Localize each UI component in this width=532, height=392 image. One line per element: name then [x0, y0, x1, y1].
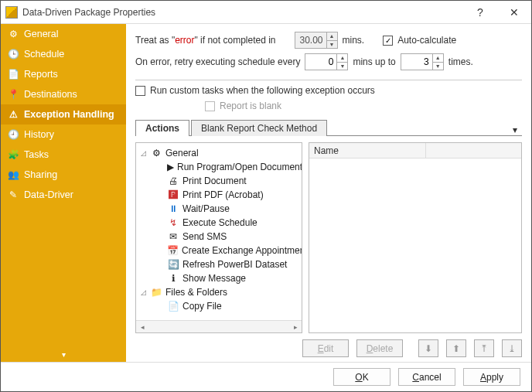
tree-group-general[interactable]: ◿ ⚙ General — [139, 146, 300, 160]
content-pane: Treat as "error" if not completed in ▲▼ … — [126, 24, 531, 362]
sidebar-collapse[interactable]: ▾ — [1, 350, 126, 359]
auto-calculate-label: Auto-calculate — [397, 35, 456, 46]
pdf-icon: 🅿 — [167, 189, 179, 201]
spin-down-icon[interactable]: ▼ — [337, 63, 347, 70]
close-button[interactable]: ✕ — [497, 1, 531, 24]
mins-label: mins. — [343, 35, 365, 46]
actions-tree[interactable]: ◿ ⚙ General ▶Run Program/Open Document 🖨… — [136, 143, 302, 320]
spin-up-icon[interactable]: ▲ — [433, 54, 443, 63]
tree-item[interactable]: 📅Create Exchange Appointment — [139, 244, 300, 257]
tab-actions[interactable]: Actions — [135, 120, 189, 136]
history-icon: 🕘 — [7, 128, 19, 141]
apply-button[interactable]: Apply — [463, 368, 520, 386]
retry-times-spinner[interactable]: ▲▼ — [401, 53, 444, 70]
spin-up-icon[interactable]: ▲ — [337, 54, 347, 63]
collapse-icon[interactable]: ◿ — [139, 149, 147, 157]
name-column-header[interactable]: Name — [314, 143, 426, 158]
tree-item[interactable]: 🔄Refresh PowerBI Dataset — [139, 257, 300, 271]
folder-gear-icon: ⚙ — [150, 147, 162, 159]
move-down-button: ⬇ — [418, 339, 438, 357]
arrow-down-icon: ⬇ — [425, 343, 432, 354]
data-icon: ✎ — [7, 189, 19, 201]
message-icon: ℹ — [167, 272, 179, 285]
custom-tasks-checkbox[interactable] — [135, 86, 145, 96]
collapse-icon[interactable]: ◿ — [139, 288, 147, 296]
tree-item[interactable]: ▶Run Program/Open Document — [139, 160, 300, 174]
clock-icon: 🕒 — [7, 48, 19, 60]
help-button[interactable]: ? — [463, 1, 497, 24]
scroll-left-icon[interactable]: ◂ — [136, 321, 148, 332]
tasks-icon: 🧩 — [7, 148, 19, 161]
pin-icon: 📍 — [7, 88, 19, 101]
sidebar-item-history[interactable]: 🕘 History — [1, 124, 126, 145]
tree-item[interactable]: ↯Execute Schedule — [139, 216, 300, 230]
tree-item[interactable]: ✉Send SMS — [139, 230, 300, 244]
separator — [135, 80, 522, 80]
tree-group-files-folders[interactable]: ◿ 📁 Files & Folders — [139, 285, 300, 299]
sidebar-item-label: Tasks — [24, 149, 49, 160]
folder-icon: 📁 — [150, 286, 162, 298]
app-icon — [5, 6, 18, 19]
calendar-icon: 📅 — [167, 244, 179, 257]
retry-every-spinner[interactable]: ▲▼ — [305, 53, 348, 70]
arrow-bottom-icon: ⤓ — [508, 343, 516, 354]
dialog-footer: OK Cancel Apply — [1, 362, 531, 391]
name-list-body[interactable] — [309, 159, 521, 332]
spin-down-icon[interactable]: ▼ — [433, 63, 443, 70]
sidebar-item-label: Reports — [24, 69, 58, 80]
sidebar-item-label: Data-Driver — [24, 189, 73, 200]
warning-icon: ⚠ — [7, 108, 19, 121]
retry-label: On error, retry executing schedule every — [135, 56, 300, 67]
tree-group-label: General — [165, 148, 199, 159]
report-icon: 📄 — [7, 68, 19, 80]
report-blank-checkbox — [205, 101, 215, 111]
cancel-button[interactable]: Cancel — [398, 368, 455, 386]
window-title: Data-Driven Package Properties — [22, 7, 463, 18]
ok-button[interactable]: OK — [333, 368, 390, 386]
mins-up-to-label: mins up to — [353, 56, 395, 67]
tree-item[interactable]: 📄Copy File — [139, 299, 300, 313]
report-blank-label: Report is blank — [220, 101, 281, 111]
printer-icon: 🖨 — [167, 175, 179, 187]
gear-icon: ⚙ — [7, 28, 19, 40]
sidebar-item-data-driver[interactable]: ✎ Data-Driver — [1, 185, 126, 205]
execute-icon: ↯ — [167, 216, 179, 229]
file-icon: 📄 — [167, 300, 179, 312]
tabs: Actions Blank Report Check Method ▾ — [135, 119, 522, 136]
move-top-button: ⤒ — [474, 339, 494, 357]
sidebar-item-label: Destinations — [24, 89, 77, 100]
tree-item[interactable]: 🅿Print PDF (Acrobat) — [139, 188, 300, 202]
move-up-button: ⬆ — [446, 339, 466, 357]
sidebar-item-schedule[interactable]: 🕒 Schedule — [1, 44, 126, 64]
scroll-right-icon[interactable]: ▸ — [289, 321, 302, 332]
tab-blank-report-check-method[interactable]: Blank Report Check Method — [191, 120, 327, 136]
sidebar-item-destinations[interactable]: 📍 Destinations — [1, 84, 126, 104]
treat-as-label: Treat as "error" if not completed in — [135, 35, 276, 46]
sidebar-item-reports[interactable]: 📄 Reports — [1, 64, 126, 84]
sidebar-item-label: General — [24, 29, 58, 39]
share-icon: 👥 — [7, 169, 19, 181]
tree-item[interactable]: 🖨Print Document — [139, 174, 300, 188]
sidebar-item-label: Sharing — [24, 169, 57, 180]
error-minutes-input — [295, 32, 326, 48]
pause-icon: ⏸ — [167, 203, 179, 215]
times-label: times. — [448, 56, 473, 67]
sidebar-item-sharing[interactable]: 👥 Sharing — [1, 165, 126, 185]
sidebar-item-exception-handling[interactable]: ⚠ Exception Handling — [1, 104, 126, 124]
sidebar-item-general[interactable]: ⚙ General — [1, 24, 126, 44]
arrow-up-icon: ⬆ — [452, 343, 460, 354]
arrow-top-icon: ⤒ — [480, 343, 488, 354]
auto-calculate-checkbox[interactable]: ✓ — [383, 36, 393, 46]
error-minutes-spinner: ▲▼ — [295, 32, 338, 49]
tree-item[interactable]: ℹShow Message — [139, 271, 300, 285]
tree-hscrollbar[interactable]: ◂ ▸ — [136, 320, 302, 332]
retry-every-input[interactable] — [305, 54, 336, 70]
tree-item[interactable]: ⏸Wait/Pause — [139, 202, 300, 216]
retry-times-input[interactable] — [401, 54, 432, 70]
sidebar-item-tasks[interactable]: 🧩 Tasks — [1, 145, 126, 165]
tabs-dropdown-icon[interactable]: ▾ — [508, 124, 522, 135]
sidebar: ⚙ General 🕒 Schedule 📄 Reports 📍 Destina… — [1, 24, 126, 362]
refresh-icon: 🔄 — [167, 258, 179, 271]
spin-down-icon: ▼ — [327, 41, 337, 49]
name-list-header: Name — [309, 143, 521, 159]
